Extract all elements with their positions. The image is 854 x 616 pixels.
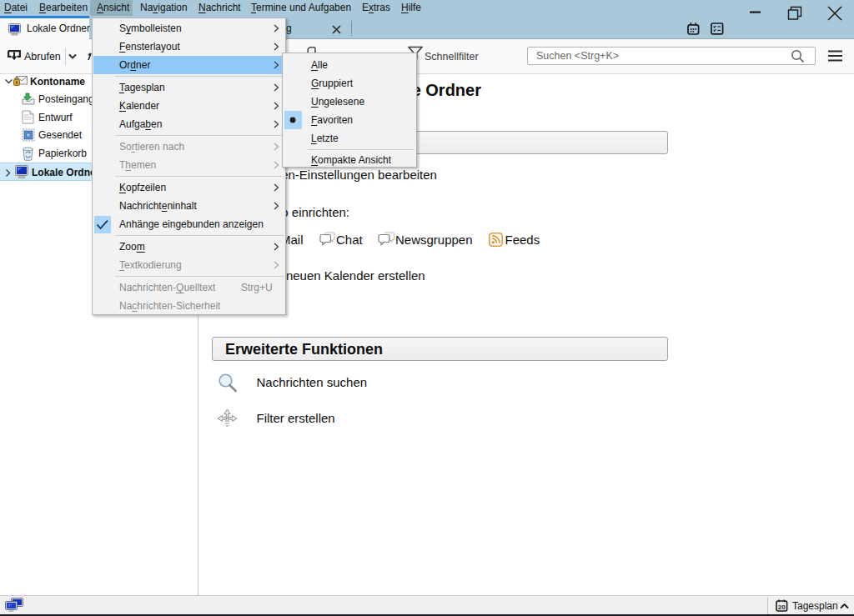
svg-text:20: 20: [778, 603, 786, 611]
